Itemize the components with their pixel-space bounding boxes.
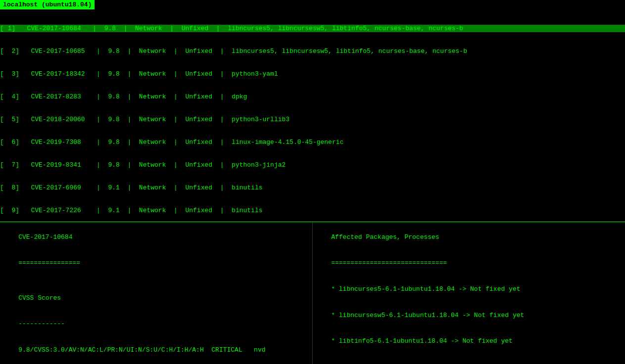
cvss-label: CVSS Scores [18, 294, 61, 302]
vuln-row-5[interactable]: [ 5] CVE-2018-20060 | 9.8 | Network | Un… [0, 116, 625, 123]
affected-pkg-2: * libncursesw5-6.1-1ubuntu1.18.04 -> Not… [331, 312, 524, 319]
hostname-label: localhost (ubuntu18.04) [0, 0, 95, 9]
vuln-row-2[interactable]: [ 2] CVE-2017-10685 | 9.8 | Network | Un… [0, 47, 625, 55]
cve-id: CVE-2017-10684 [18, 233, 72, 241]
score-1: 9.8/CVSS:3.0/AV:N/AC:L/PR:N/UI:N/S:U/C:H… [18, 346, 265, 354]
vuln-row-8[interactable]: [ 8] CVE-2017-6969 | 9.1 | Network | Unf… [0, 184, 625, 191]
vuln-row-9[interactable]: [ 9] CVE-2017-7226 | 9.1 | Network | Unf… [0, 207, 625, 214]
bottom-pane: CVE-2017-10684 ================ CVSS Sco… [0, 222, 625, 364]
vuln-row-3[interactable]: [ 3] CVE-2017-18342 | 9.8 | Network | Un… [0, 70, 625, 78]
vuln-row-7[interactable]: [ 7] CVE-2019-8341 | 9.8 | Network | Unf… [0, 161, 625, 169]
cve-detail-pane: CVE-2017-10684 ================ CVSS Sco… [0, 222, 313, 364]
vuln-row-6[interactable]: [ 6] CVE-2019-7308 | 9.8 | Network | Unf… [0, 138, 625, 146]
vuln-list[interactable]: [ 1] CVE-2017-10684 | 9.8 | Network | Un… [0, 9, 625, 222]
affected-pkg-3: * libtinfo5-6.1-1ubuntu1.18.04 -> Not fi… [331, 337, 513, 345]
affected-title: Affected Packages, Processes [331, 233, 439, 241]
vuln-row-4[interactable]: [ 4] CVE-2017-8283 | 9.8 | Network | Unf… [0, 93, 625, 100]
vuln-row-selected[interactable]: [ 1] CVE-2017-10684 | 9.8 | Network | Un… [0, 25, 625, 32]
affected-pkg-1: * libncurses5-6.1-1ubuntu1.18.04 -> Not … [331, 285, 520, 293]
cve-equals: ================ [18, 259, 80, 267]
top-bar: localhost (ubuntu18.04) [0, 0, 625, 9]
affected-packages-pane: Affected Packages, Processes ===========… [313, 222, 625, 364]
cvss-dash: ------------ [18, 320, 65, 327]
affected-equals: ============================== [331, 259, 447, 267]
